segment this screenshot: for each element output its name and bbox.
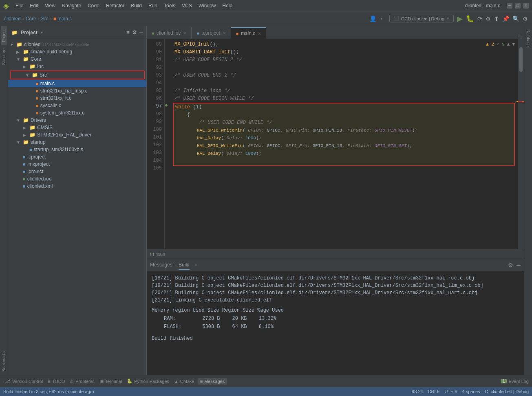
tree-item-src[interactable]: ▼ 📁 Src — [10, 70, 145, 79]
menu-code[interactable]: Code — [84, 0, 103, 11]
panel-dropdown-icon[interactable]: ▾ — [41, 30, 43, 35]
toolbar-btn4[interactable]: 📌 — [502, 15, 509, 22]
back-icon[interactable]: ← — [380, 15, 386, 22]
memory-table: Memory region Used Size Region Size %age… — [152, 306, 284, 331]
toolbar-btn3[interactable]: ⬆ — [494, 15, 499, 22]
tree-item-mainc[interactable]: ■ main.c — [8, 80, 146, 87]
run-config-dropdown-icon[interactable]: ▾ — [447, 16, 449, 21]
menu-edit[interactable]: Edit — [26, 0, 42, 11]
nav-down[interactable]: ▼ — [512, 41, 515, 48]
menu-navigate[interactable]: Navigate — [59, 0, 84, 11]
tab-mainc[interactable]: ■ main.c ✕ — [231, 27, 266, 39]
menu-refactor[interactable]: Refactor — [103, 0, 128, 11]
output-tab-build[interactable]: Build — [179, 260, 190, 270]
line-ending[interactable]: CRLF — [428, 389, 440, 394]
project-tree[interactable]: ▼ 📁 clionled D:\STM32CubeMx\clionle ▶ 📁 … — [8, 39, 146, 375]
tab-ioc-close[interactable]: ✕ — [183, 31, 186, 35]
output-close-icon[interactable]: ─ — [517, 262, 521, 268]
menu-help[interactable]: Help — [219, 0, 236, 11]
tab-cproject[interactable]: ■ .cproject ✕ — [192, 27, 231, 39]
menu-build[interactable]: Build — [128, 0, 145, 11]
event-log-label[interactable]: Event Log — [508, 379, 529, 384]
tree-item-system[interactable]: ■ system_stm32f1xx.c — [8, 109, 146, 117]
tree-item-syscalls[interactable]: ■ syscalls.c — [8, 102, 146, 109]
tab-ioc[interactable]: ■ clionled.ioc ✕ — [147, 27, 192, 39]
code-content[interactable]: ▲ 2 ✓ 9 ▲ ▼ MX_GPIO_Init(); MX_USART1_UA… — [171, 39, 518, 249]
sidebar-project-tab[interactable]: Project — [1, 26, 7, 45]
maximize-button[interactable]: □ — [515, 3, 521, 9]
tab-cproject-icon: ■ — [196, 31, 199, 35]
tree-item-root[interactable]: ▼ 📁 clionled D:\STM32CubeMx\clionle — [8, 41, 146, 48]
breadcrumb-src[interactable]: Src — [41, 16, 49, 22]
statusbar-version-control[interactable]: ⎇ Version Control — [3, 378, 44, 385]
toolbar-btn1[interactable]: ⟳ — [477, 15, 482, 22]
tree-item-hal-it[interactable]: ■ stm32f1xx_it.c — [8, 95, 146, 102]
toolbar-btn2[interactable]: ⚙ — [486, 15, 491, 22]
panel-action-settings[interactable]: ⚙ — [132, 29, 137, 35]
menu-vcs[interactable]: VCS — [179, 0, 195, 11]
tree-item-cproject[interactable]: ■ .cproject — [8, 153, 146, 161]
cursor-position[interactable]: 93:24 — [412, 389, 423, 394]
tree-item-mxproject[interactable]: ■ .mxproject — [8, 161, 146, 168]
statusbar-terminal[interactable]: ▣ Terminal — [98, 378, 124, 385]
panel-action-close[interactable]: ─ — [139, 29, 143, 35]
warnings-bar: ▲ 2 ✓ 9 ▲ ▼ — [486, 41, 515, 48]
tab-cproject-close[interactable]: ✕ — [223, 31, 226, 35]
tree-item-startup-s[interactable]: ■ startup_stm32f103xb.s — [8, 146, 146, 153]
code-line-93: /* USER CODE END 2 */ — [174, 72, 515, 79]
flash-pct: 8.10% — [254, 323, 284, 331]
editor-scrollbar[interactable] — [518, 39, 524, 249]
breadcrumb-sep3: › — [50, 16, 52, 22]
python-icon: 🐍 — [127, 378, 132, 384]
tree-item-hal-msp[interactable]: ■ stm32f1xx_hal_msp.c — [8, 87, 146, 95]
scrollbar-thumb[interactable] — [519, 47, 523, 72]
profile-icon[interactable]: 👤 — [369, 15, 376, 22]
output-tab-build-close[interactable]: ✕ — [194, 263, 198, 267]
left-sidebar: Project Structure Bookmarks — [0, 26, 8, 375]
minimize-button[interactable]: ─ — [507, 3, 512, 9]
tree-item-hal-driver[interactable]: ▶ 📁 STM32F1xx_HAL_Driver — [8, 131, 146, 139]
breadcrumb-project[interactable]: clionled — [4, 16, 21, 22]
tree-item-drivers[interactable]: ▼ 📁 Drivers — [8, 117, 146, 124]
tab-mainc-close[interactable]: ✕ — [258, 31, 261, 36]
debug-button[interactable]: 🐛 — [466, 15, 474, 22]
run-button[interactable]: ▶ — [457, 14, 463, 23]
output-content: [18/21] Building C object CMakeFiles/cli… — [147, 271, 524, 375]
run-config-selector[interactable]: ⬛ OCD clionled | Debug ▾ — [389, 15, 454, 22]
statusbar-cmake[interactable]: ▲ CMake — [172, 378, 196, 385]
panel-action-collapse[interactable]: ≡ — [126, 29, 130, 35]
sidebar-structure-tab[interactable]: Structure — [1, 45, 7, 68]
tree-item-ioc[interactable]: ■ clionled.ioc — [8, 175, 146, 183]
menu-view[interactable]: View — [42, 0, 59, 11]
statusbar-problems[interactable]: ⚠ Problems — [68, 378, 96, 385]
indent[interactable]: 4 spaces — [462, 389, 480, 394]
search-icon[interactable]: 🔍 — [512, 15, 519, 22]
statusbar-python[interactable]: 🐍 Python Packages — [125, 378, 171, 385]
close-button[interactable]: ✕ — [523, 3, 529, 9]
tree-item-inc[interactable]: ▶ 📁 Inc — [8, 63, 146, 70]
tree-item-cmsis[interactable]: ▶ 📁 CMSIS — [8, 124, 146, 131]
menu-file[interactable]: File — [12, 0, 26, 11]
menu-window[interactable]: Window — [195, 0, 219, 11]
menu-run[interactable]: Run — [145, 0, 161, 11]
statusbar-todo[interactable]: ≡ TODO — [46, 378, 66, 385]
tabs-overflow-menu[interactable]: ≡ — [514, 33, 524, 39]
settings-icon[interactable]: ⚙ — [523, 15, 528, 22]
output-tab-messages[interactable]: Messages: — [150, 260, 174, 270]
breadcrumb-core[interactable]: Core — [26, 16, 36, 22]
code-line-99: /* USER CODE END WHILE */ — [175, 119, 514, 127]
database-tab[interactable]: Database — [525, 26, 531, 50]
nav-up[interactable]: ▲ — [507, 41, 510, 48]
tree-item-startup[interactable]: ▼ 📁 startup — [8, 139, 146, 146]
output-settings-icon[interactable]: ⚙ — [508, 262, 513, 268]
menu-tools[interactable]: Tools — [161, 0, 179, 11]
editor-area: ■ clionled.ioc ✕ ■ .cproject ✕ ■ main.c … — [147, 26, 524, 375]
encoding[interactable]: UTF-8 — [444, 389, 457, 394]
breadcrumb-sep1: › — [22, 16, 24, 22]
tree-item-project[interactable]: ■ .project — [8, 168, 146, 175]
tree-item-core[interactable]: ▼ 📁 Core — [8, 55, 146, 63]
tree-item-xml[interactable]: ■ clionled.xml — [8, 183, 146, 190]
sidebar-bookmarks-tab[interactable]: Bookmarks — [1, 348, 7, 375]
statusbar-messages[interactable]: ≡ Messages — [198, 378, 227, 385]
tree-item-cmake[interactable]: ▶ 📁 cmake-build-debug — [8, 48, 146, 55]
